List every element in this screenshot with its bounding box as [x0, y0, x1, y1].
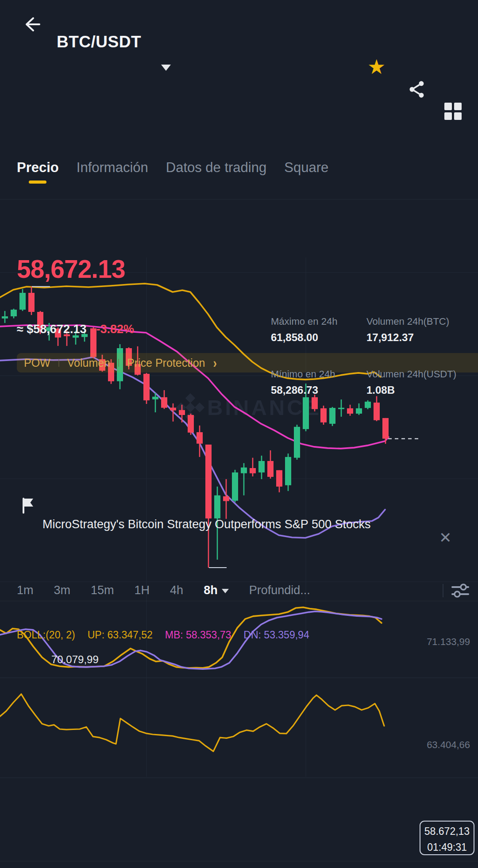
- tab-informaci-n[interactable]: Información: [77, 156, 148, 187]
- news-headline[interactable]: MicroStrategy's Bitcoin Strategy Outperf…: [42, 518, 423, 531]
- tab-datos-de-trading[interactable]: Datos de trading: [166, 156, 266, 187]
- favorite-star-icon[interactable]: ★: [367, 57, 478, 77]
- stats-24h-grid: Máximo en 24h61,858.00Volumen 24h(BTC)17…: [271, 316, 478, 396]
- price-fiat-approx: ≈ $58,672.13: [17, 323, 86, 336]
- timeframe-15m[interactable]: 15m: [91, 584, 114, 597]
- stat-value: 61,858.00: [271, 331, 366, 344]
- countdown-timer: 01:49:31: [420, 840, 474, 856]
- news-close-icon[interactable]: ✕: [439, 529, 478, 546]
- timeframe-profundid-[interactable]: Profundid...: [249, 584, 310, 597]
- timeframe-1h[interactable]: 1H: [135, 584, 150, 597]
- binance-price-screen: BINANCE BTC/USDT ★ PrecioInformaciónDato…: [0, 0, 478, 868]
- markets-grid-icon[interactable]: [444, 103, 478, 120]
- timeframe-8h[interactable]: 8h: [204, 584, 229, 597]
- timeframe-caret-icon: [222, 589, 229, 593]
- stat-value: 58,286.73: [271, 384, 366, 396]
- boll-params: BOLL:(20, 2): [17, 629, 75, 641]
- token-tag[interactable]: POW: [24, 357, 50, 369]
- current-price-value: 58.672,13: [420, 824, 474, 840]
- token-tag[interactable]: Volumen: [67, 357, 110, 369]
- tags-chevron-icon: ›: [213, 355, 216, 371]
- last-price: 58,672.13: [17, 254, 478, 284]
- bottom-divider: [0, 861, 478, 861]
- timeframe-3m[interactable]: 3m: [54, 584, 71, 597]
- boll-legend: BOLL:(20, 2) UP: 63.347,52 MB: 58.353,73…: [17, 629, 478, 641]
- stat-24h: Volumen 24h(BTC)17,912.37: [366, 316, 473, 344]
- timeframe-bar: 1m3m15m1H4h8hProfundid...: [0, 580, 478, 601]
- stat-value: 17,912.37: [366, 331, 473, 344]
- top-tab-bar: PrecioInformaciónDatos de tradingSquare: [0, 156, 478, 200]
- stat-label: Mínimo en 24h: [271, 369, 366, 380]
- stat-24h: Volumen 24h(USDT)1.08B: [366, 369, 473, 396]
- stat-24h: Mínimo en 24h58,286.73: [271, 369, 366, 396]
- active-tab-underline: [29, 181, 46, 184]
- tag-separator: [118, 359, 119, 367]
- price-axis-label: 63.404,66: [427, 739, 470, 751]
- boll-up-value: UP: 63.347,52: [88, 629, 153, 641]
- marked-high-label: 70.079,99: [51, 653, 478, 666]
- pair-dropdown-caret-icon[interactable]: [161, 65, 171, 71]
- tab-square[interactable]: Square: [284, 156, 328, 187]
- stat-label: Volumen 24h(USDT): [366, 369, 473, 380]
- current-price-tag: 58.672,13 01:49:31: [420, 821, 474, 855]
- stat-value: 1.08B: [366, 384, 473, 396]
- chart-settings-area: [443, 582, 478, 599]
- token-tag[interactable]: Price Protection: [127, 357, 205, 369]
- stat-24h: Máximo en 24h61,858.00: [271, 316, 366, 344]
- timeframe-4h[interactable]: 4h: [170, 584, 183, 597]
- tag-separator: [58, 359, 59, 367]
- back-button[interactable]: [21, 14, 42, 35]
- timeframe-1m[interactable]: 1m: [17, 584, 34, 597]
- pair-title[interactable]: BTC/USDT: [57, 33, 478, 51]
- price-change-24h: -3.82%: [96, 323, 134, 336]
- stat-label: Máximo en 24h: [271, 316, 366, 327]
- share-icon[interactable]: [407, 80, 478, 101]
- vertical-divider: [443, 584, 443, 597]
- back-arrow-icon: [21, 14, 42, 35]
- price-axis-label: 71.133,99: [427, 636, 470, 648]
- price-chart-canvas[interactable]: BINANCE: [0, 0, 478, 868]
- announcement-icon: [19, 496, 478, 517]
- boll-dn-value: DN: 53.359,94: [243, 629, 309, 641]
- stat-label: Volumen 24h(BTC): [366, 316, 473, 327]
- indicator-settings-icon[interactable]: [451, 582, 470, 599]
- boll-mb-value: MB: 58.353,73: [165, 629, 231, 641]
- tab-precio[interactable]: Precio: [17, 156, 59, 187]
